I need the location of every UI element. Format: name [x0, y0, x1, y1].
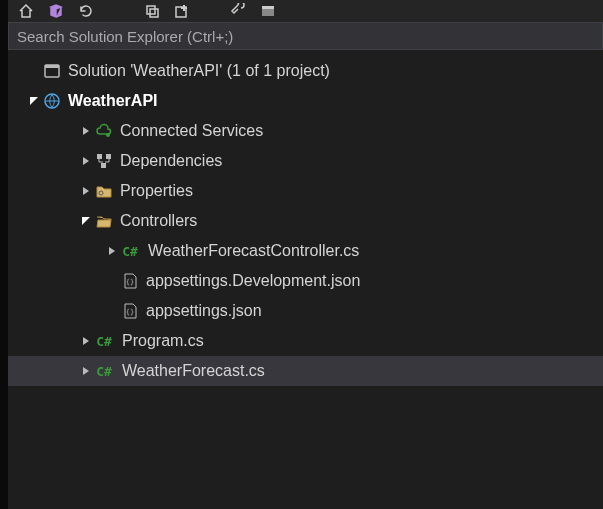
json-file-icon: {}	[120, 271, 140, 291]
folder-open-icon	[94, 211, 114, 231]
csharp-icon: C#	[120, 244, 140, 259]
solution-node[interactable]: Solution 'WeatherAPI' (1 of 1 project)	[8, 56, 603, 86]
toolbar-add-icon[interactable]	[170, 1, 194, 21]
csharp-icon: C#	[94, 364, 114, 379]
toolbar-window-icon[interactable]	[256, 1, 280, 21]
toolbar	[8, 0, 603, 22]
properties-node[interactable]: Properties	[8, 176, 603, 206]
project-node[interactable]: WeatherAPI	[8, 86, 603, 116]
svg-rect-0	[147, 6, 155, 14]
collapse-arrow-icon[interactable]	[78, 123, 94, 139]
connected-services-node[interactable]: Connected Services	[8, 116, 603, 146]
svg-rect-6	[45, 65, 59, 68]
weather-forecast-file[interactable]: C# WeatherForecast.cs	[8, 356, 603, 386]
collapse-arrow-icon[interactable]	[78, 153, 94, 169]
properties-label: Properties	[120, 182, 193, 200]
dependencies-label: Dependencies	[120, 152, 222, 170]
file-label: Program.cs	[122, 332, 204, 350]
dependencies-node[interactable]: Dependencies	[8, 146, 603, 176]
svg-rect-1	[150, 9, 158, 17]
file-label: appsettings.json	[146, 302, 262, 320]
wrench-folder-icon	[94, 181, 114, 201]
dependencies-icon	[94, 151, 114, 171]
svg-rect-9	[97, 154, 102, 159]
collapse-arrow-icon[interactable]	[78, 363, 94, 379]
file-label: WeatherForecastController.cs	[148, 242, 359, 260]
toolbar-refresh-icon[interactable]	[74, 1, 98, 21]
toolbar-solution-icon[interactable]	[44, 1, 68, 21]
connected-services-label: Connected Services	[120, 122, 263, 140]
program-file[interactable]: C# Program.cs	[8, 326, 603, 356]
svg-rect-10	[106, 154, 111, 159]
controllers-folder[interactable]: Controllers	[8, 206, 603, 236]
solution-tree: Solution 'WeatherAPI' (1 of 1 project) W…	[8, 50, 603, 509]
expand-arrow-icon[interactable]	[26, 93, 42, 109]
svg-text:{}: {}	[126, 308, 134, 316]
json-file-icon: {}	[120, 301, 140, 321]
svg-rect-4	[262, 6, 274, 9]
svg-point-8	[106, 133, 110, 137]
cloud-icon	[94, 121, 114, 141]
collapse-arrow-icon[interactable]	[78, 333, 94, 349]
toolbar-copy-icon[interactable]	[140, 1, 164, 21]
controllers-label: Controllers	[120, 212, 197, 230]
collapse-arrow-icon[interactable]	[78, 183, 94, 199]
solution-label: Solution 'WeatherAPI' (1 of 1 project)	[68, 62, 330, 80]
search-placeholder: Search Solution Explorer (Ctrl+;)	[17, 28, 233, 45]
svg-rect-11	[101, 163, 106, 168]
expand-arrow-icon[interactable]	[78, 213, 94, 229]
toolbar-home-icon[interactable]	[14, 1, 38, 21]
appsettings-file[interactable]: {} appsettings.json	[8, 296, 603, 326]
weather-controller-file[interactable]: C# WeatherForecastController.cs	[8, 236, 603, 266]
search-input[interactable]: Search Solution Explorer (Ctrl+;)	[8, 22, 603, 50]
csharp-icon: C#	[94, 334, 114, 349]
solution-icon	[42, 61, 62, 81]
appsettings-dev-file[interactable]: {} appsettings.Development.json	[8, 266, 603, 296]
csproj-icon	[42, 91, 62, 111]
project-label: WeatherAPI	[68, 92, 158, 110]
toolbar-wrench-icon[interactable]	[226, 1, 250, 21]
file-label: WeatherForecast.cs	[122, 362, 265, 380]
file-label: appsettings.Development.json	[146, 272, 360, 290]
collapse-arrow-icon[interactable]	[104, 243, 120, 259]
svg-text:{}: {}	[126, 278, 134, 286]
